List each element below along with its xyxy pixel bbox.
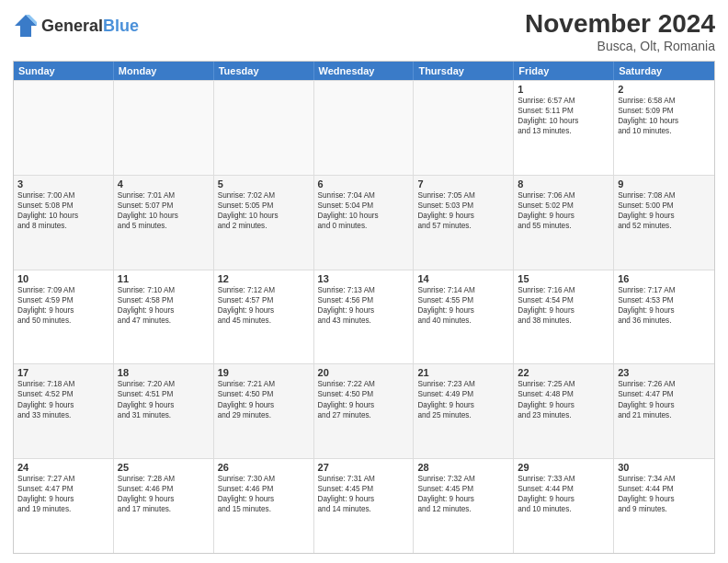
calendar-cell-1-6: 9Sunrise: 7:08 AMSunset: 5:00 PMDaylight…	[614, 176, 714, 270]
calendar-cell-2-2: 12Sunrise: 7:12 AMSunset: 4:57 PMDayligh…	[214, 270, 314, 364]
header-tuesday: Tuesday	[214, 62, 314, 80]
day-number: 15	[518, 273, 609, 284]
calendar-cell-0-1	[114, 81, 214, 175]
day-number: 17	[17, 367, 109, 378]
day-number: 23	[618, 367, 711, 378]
calendar-cell-0-2	[214, 81, 314, 175]
day-number: 7	[417, 178, 509, 190]
day-number: 12	[218, 273, 310, 284]
day-number: 20	[318, 367, 410, 378]
calendar-row-1: 3Sunrise: 7:00 AMSunset: 5:08 PMDaylight…	[14, 175, 714, 270]
day-info: Sunrise: 7:20 AMSunset: 4:51 PMDaylight:…	[118, 379, 210, 419]
day-info: Sunrise: 7:00 AMSunset: 5:08 PMDaylight:…	[17, 190, 109, 231]
day-info: Sunrise: 7:28 AMSunset: 4:46 PMDaylight:…	[118, 474, 210, 514]
calendar-cell-2-4: 14Sunrise: 7:14 AMSunset: 4:55 PMDayligh…	[414, 270, 514, 364]
header-thursday: Thursday	[414, 62, 514, 80]
page: GeneralBlue November 2024 Busca, Olt, Ro…	[0, 0, 728, 563]
calendar-cell-0-6: 2Sunrise: 6:58 AMSunset: 5:09 PMDaylight…	[614, 81, 714, 175]
subtitle: Busca, Olt, Romania	[525, 39, 715, 53]
logo: GeneralBlue	[13, 13, 139, 39]
day-number: 2	[618, 84, 711, 95]
logo-general: GeneralBlue	[41, 17, 139, 36]
calendar-body: 1Sunrise: 6:57 AMSunset: 5:11 PMDaylight…	[14, 80, 714, 553]
calendar-cell-3-2: 19Sunrise: 7:21 AMSunset: 4:50 PMDayligh…	[214, 364, 314, 458]
day-info: Sunrise: 7:16 AMSunset: 4:54 PMDaylight:…	[518, 285, 609, 326]
day-info: Sunrise: 7:22 AMSunset: 4:50 PMDaylight:…	[318, 379, 410, 419]
svg-marker-0	[15, 15, 37, 37]
day-number: 16	[618, 273, 711, 284]
calendar-cell-3-4: 21Sunrise: 7:23 AMSunset: 4:49 PMDayligh…	[414, 364, 514, 458]
day-number: 13	[318, 273, 410, 284]
day-number: 28	[417, 462, 509, 473]
day-info: Sunrise: 7:32 AMSunset: 4:45 PMDaylight:…	[417, 474, 509, 514]
day-info: Sunrise: 7:12 AMSunset: 4:57 PMDaylight:…	[218, 285, 310, 326]
calendar-cell-0-4	[414, 81, 514, 175]
calendar: Sunday Monday Tuesday Wednesday Thursday…	[13, 61, 715, 554]
title-block: November 2024 Busca, Olt, Romania	[525, 9, 715, 53]
header-wednesday: Wednesday	[314, 62, 415, 80]
day-info: Sunrise: 7:14 AMSunset: 4:55 PMDaylight:…	[417, 285, 509, 326]
day-number: 22	[518, 367, 609, 378]
day-info: Sunrise: 7:21 AMSunset: 4:50 PMDaylight:…	[218, 379, 310, 419]
calendar-cell-4-6: 30Sunrise: 7:34 AMSunset: 4:44 PMDayligh…	[614, 459, 714, 553]
day-number: 9	[618, 178, 711, 190]
day-info: Sunrise: 7:23 AMSunset: 4:49 PMDaylight:…	[417, 379, 509, 419]
day-info: Sunrise: 7:27 AMSunset: 4:47 PMDaylight:…	[17, 474, 109, 514]
day-number: 24	[17, 462, 109, 473]
day-info: Sunrise: 7:01 AMSunset: 5:07 PMDaylight:…	[118, 190, 210, 231]
day-number: 10	[17, 273, 109, 284]
calendar-row-0: 1Sunrise: 6:57 AMSunset: 5:11 PMDaylight…	[14, 80, 714, 175]
calendar-cell-3-0: 17Sunrise: 7:18 AMSunset: 4:52 PMDayligh…	[14, 364, 114, 458]
calendar-cell-3-3: 20Sunrise: 7:22 AMSunset: 4:50 PMDayligh…	[314, 364, 415, 458]
day-info: Sunrise: 7:04 AMSunset: 5:04 PMDaylight:…	[318, 190, 410, 231]
day-info: Sunrise: 7:06 AMSunset: 5:02 PMDaylight:…	[518, 190, 609, 231]
calendar-cell-3-6: 23Sunrise: 7:26 AMSunset: 4:47 PMDayligh…	[614, 364, 714, 458]
day-info: Sunrise: 7:18 AMSunset: 4:52 PMDaylight:…	[17, 379, 109, 419]
day-number: 5	[218, 178, 310, 190]
calendar-cell-4-2: 26Sunrise: 7:30 AMSunset: 4:46 PMDayligh…	[214, 459, 314, 553]
day-number: 26	[218, 462, 310, 473]
day-number: 3	[17, 178, 109, 190]
day-info: Sunrise: 7:05 AMSunset: 5:03 PMDaylight:…	[417, 190, 509, 231]
day-number: 19	[218, 367, 310, 378]
calendar-cell-2-1: 11Sunrise: 7:10 AMSunset: 4:58 PMDayligh…	[114, 270, 214, 364]
calendar-cell-4-1: 25Sunrise: 7:28 AMSunset: 4:46 PMDayligh…	[114, 459, 214, 553]
calendar-cell-4-0: 24Sunrise: 7:27 AMSunset: 4:47 PMDayligh…	[14, 459, 114, 553]
day-number: 14	[417, 273, 509, 284]
calendar-cell-0-3	[314, 81, 415, 175]
calendar-cell-1-3: 6Sunrise: 7:04 AMSunset: 5:04 PMDaylight…	[314, 176, 415, 270]
day-number: 4	[118, 178, 210, 190]
day-info: Sunrise: 7:02 AMSunset: 5:05 PMDaylight:…	[218, 190, 310, 231]
calendar-header: Sunday Monday Tuesday Wednesday Thursday…	[14, 62, 714, 80]
calendar-cell-1-5: 8Sunrise: 7:06 AMSunset: 5:02 PMDaylight…	[514, 176, 614, 270]
calendar-cell-3-1: 18Sunrise: 7:20 AMSunset: 4:51 PMDayligh…	[114, 364, 214, 458]
day-number: 27	[318, 462, 410, 473]
main-title: November 2024	[525, 9, 715, 39]
calendar-cell-4-5: 29Sunrise: 7:33 AMSunset: 4:44 PMDayligh…	[514, 459, 614, 553]
day-info: Sunrise: 7:13 AMSunset: 4:56 PMDaylight:…	[318, 285, 410, 326]
calendar-cell-4-4: 28Sunrise: 7:32 AMSunset: 4:45 PMDayligh…	[414, 459, 514, 553]
day-number: 8	[518, 178, 609, 190]
calendar-cell-1-2: 5Sunrise: 7:02 AMSunset: 5:05 PMDaylight…	[214, 176, 314, 270]
calendar-row-4: 24Sunrise: 7:27 AMSunset: 4:47 PMDayligh…	[14, 458, 714, 553]
calendar-cell-1-0: 3Sunrise: 7:00 AMSunset: 5:08 PMDaylight…	[14, 176, 114, 270]
calendar-cell-0-5: 1Sunrise: 6:57 AMSunset: 5:11 PMDaylight…	[514, 81, 614, 175]
calendar-cell-3-5: 22Sunrise: 7:25 AMSunset: 4:48 PMDayligh…	[514, 364, 614, 458]
calendar-cell-1-4: 7Sunrise: 7:05 AMSunset: 5:03 PMDaylight…	[414, 176, 514, 270]
header: GeneralBlue November 2024 Busca, Olt, Ro…	[13, 9, 715, 53]
day-info: Sunrise: 6:57 AMSunset: 5:11 PMDaylight:…	[518, 96, 609, 136]
day-info: Sunrise: 7:17 AMSunset: 4:53 PMDaylight:…	[618, 285, 711, 326]
header-friday: Friday	[514, 62, 614, 80]
day-info: Sunrise: 7:26 AMSunset: 4:47 PMDaylight:…	[618, 379, 711, 419]
calendar-cell-2-3: 13Sunrise: 7:13 AMSunset: 4:56 PMDayligh…	[314, 270, 415, 364]
day-number: 30	[618, 462, 711, 473]
header-sunday: Sunday	[14, 62, 114, 80]
calendar-cell-2-0: 10Sunrise: 7:09 AMSunset: 4:59 PMDayligh…	[14, 270, 114, 364]
day-info: Sunrise: 7:08 AMSunset: 5:00 PMDaylight:…	[618, 190, 711, 231]
day-info: Sunrise: 7:30 AMSunset: 4:46 PMDaylight:…	[218, 474, 310, 514]
day-number: 18	[118, 367, 210, 378]
day-info: Sunrise: 7:33 AMSunset: 4:44 PMDaylight:…	[518, 474, 609, 514]
day-info: Sunrise: 6:58 AMSunset: 5:09 PMDaylight:…	[618, 96, 711, 136]
calendar-cell-4-3: 27Sunrise: 7:31 AMSunset: 4:45 PMDayligh…	[314, 459, 415, 553]
calendar-row-2: 10Sunrise: 7:09 AMSunset: 4:59 PMDayligh…	[14, 270, 714, 364]
